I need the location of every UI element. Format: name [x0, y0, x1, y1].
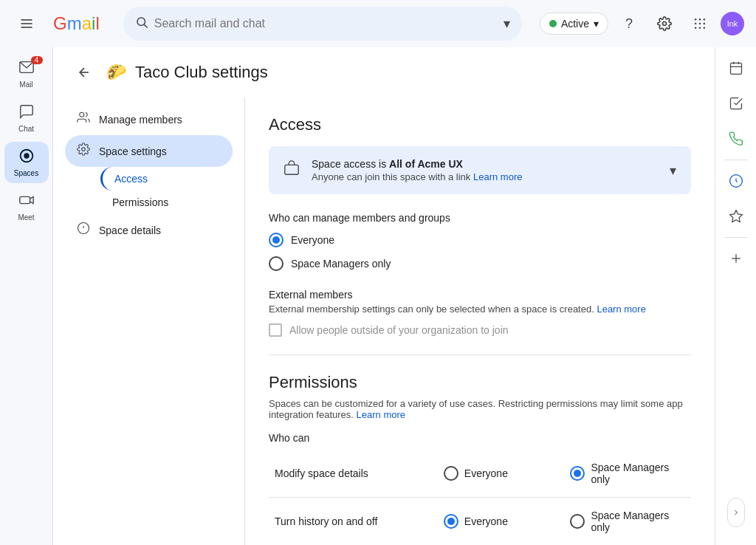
external-members-title: External members	[269, 289, 691, 301]
sidebar-item-manage-members[interactable]: Manage members	[65, 103, 233, 135]
section-divider	[269, 354, 691, 355]
sidebar-item-space-settings[interactable]: Space settings	[65, 135, 233, 167]
radio-managers-circle	[269, 256, 284, 271]
permissions-title: Permissions	[269, 373, 691, 392]
radio-history-managers-circle	[570, 514, 585, 529]
contacts-icon[interactable]	[721, 124, 751, 154]
sidebar-item-chat[interactable]: Chat	[4, 97, 49, 139]
spaces-icon	[18, 148, 35, 168]
content-area: 🌮 Taco Club settings Manage members	[53, 47, 715, 545]
table-row: Modify space details Everyone	[269, 450, 691, 498]
sidebar-item-meet[interactable]: Meet	[4, 186, 49, 227]
space-emoji: 🌮	[106, 63, 126, 82]
back-button[interactable]	[71, 59, 97, 86]
svg-point-10	[699, 23, 701, 25]
topbar-right: Active ▾ ? Ink	[540, 9, 744, 38]
right-bar-divider	[724, 160, 748, 160]
tasks-icon[interactable]	[721, 89, 751, 118]
expand-button[interactable]	[727, 498, 745, 527]
settings-layout: Manage members Space settings Access	[53, 97, 715, 545]
who-can-manage-title: Who can manage members and groups	[269, 212, 691, 224]
radio-everyone[interactable]: Everyone	[269, 233, 691, 247]
access-card-bold: All of Acme UX	[389, 158, 463, 170]
main-layout: 4 Mail Chat Spaces Meet	[0, 47, 756, 545]
manage-members-label: Manage members	[99, 114, 182, 126]
perm-radio-modify-everyone[interactable]: Everyone	[438, 450, 565, 498]
avatar-label: Ink	[727, 19, 738, 28]
sidebar-sub-permissions[interactable]: Permissions	[100, 191, 233, 214]
help-button[interactable]: ?	[614, 9, 644, 38]
meet-icon	[18, 192, 35, 212]
calendar-icon[interactable]	[721, 53, 751, 83]
svg-point-14	[704, 27, 706, 30]
who-can-manage-radio-group: Everyone Space Managers only	[269, 233, 691, 271]
active-dot-icon	[549, 20, 557, 27]
sidebar-sub-access[interactable]: Access	[100, 167, 233, 191]
keep-icon[interactable]	[721, 166, 751, 196]
perm-name-modify: Modify space details	[269, 450, 438, 498]
access-card-text: Space access is All of Acme UX Anyone ca…	[312, 158, 658, 182]
settings-sub-nav: Access Permissions	[65, 167, 233, 214]
access-card-learn-more-link[interactable]: Learn more	[473, 171, 522, 182]
search-dropdown-icon[interactable]: ▾	[504, 16, 510, 32]
svg-point-7	[699, 18, 701, 21]
gmail-logo: Gmail	[47, 13, 106, 34]
status-chevron-icon: ▾	[594, 18, 599, 30]
avatar[interactable]: Ink	[721, 12, 744, 35]
perm-name-history: Turn history on and off	[269, 498, 438, 546]
permissions-learn-more-link[interactable]: Learn more	[357, 409, 405, 420]
svg-point-20	[82, 148, 86, 151]
right-bar-divider-2	[724, 237, 748, 238]
status-badge[interactable]: Active ▾	[540, 13, 608, 35]
apps-button[interactable]	[685, 9, 715, 38]
access-card-icon	[284, 160, 300, 180]
external-learn-more-link[interactable]: Learn more	[597, 304, 645, 315]
svg-point-6	[695, 18, 697, 21]
svg-line-4	[144, 24, 147, 27]
access-card-main: Space access is All of Acme UX	[312, 158, 658, 170]
radio-modify-managers-circle	[570, 466, 585, 481]
radio-history-everyone-label: Everyone	[464, 515, 508, 527]
permissions-section: Permissions Spaces can be customized for…	[269, 373, 691, 545]
radio-everyone-circle	[269, 233, 284, 247]
radio-managers-only[interactable]: Space Managers only	[269, 256, 691, 271]
access-card[interactable]: Space access is All of Acme UX Anyone ca…	[269, 146, 691, 194]
external-checkbox-label: Allow people outside of your organizatio…	[289, 324, 509, 336]
svg-point-12	[695, 27, 697, 30]
topbar: Gmail ▾ Active ▾ ? Ink	[0, 0, 756, 47]
sidebar-item-space-details[interactable]: Space details	[65, 214, 233, 246]
star-icon[interactable]	[721, 202, 751, 231]
page-header: 🌮 Taco Club settings	[53, 47, 715, 97]
who-can-label: Who can	[269, 432, 691, 444]
manage-members-icon	[77, 111, 90, 128]
perm-radio-history-managers[interactable]: Space Managers only	[564, 498, 691, 546]
search-input[interactable]	[154, 17, 498, 30]
radio-managers-label: Space Managers only	[291, 258, 391, 270]
search-bar[interactable]: ▾	[123, 7, 522, 41]
chat-icon	[18, 103, 35, 123]
menu-icon[interactable]	[12, 9, 41, 38]
svg-point-9	[695, 23, 697, 25]
svg-marker-30	[729, 210, 742, 222]
svg-point-3	[137, 18, 145, 26]
svg-rect-25	[730, 63, 741, 74]
access-card-sub: Anyone can join this space with a link L…	[312, 171, 658, 182]
space-details-label: Space details	[99, 224, 161, 236]
mail-badge: 4	[31, 56, 43, 64]
sidebar-item-spaces[interactable]: Spaces	[4, 142, 49, 183]
page-title: Taco Club settings	[135, 63, 268, 82]
sidebar-item-mail[interactable]: 4 Mail	[4, 53, 49, 95]
permissions-desc: Spaces can be customized for a variety o…	[269, 398, 691, 420]
settings-button[interactable]	[650, 9, 679, 38]
perm-radio-modify-managers[interactable]: Space Managers only	[564, 450, 691, 498]
settings-sidebar: Manage members Space settings Access	[53, 97, 245, 545]
access-title: Access	[269, 115, 691, 134]
space-settings-icon	[77, 143, 90, 160]
radio-modify-managers-label: Space Managers only	[591, 462, 685, 485]
svg-point-5	[663, 22, 667, 26]
perm-radio-history-everyone[interactable]: Everyone	[438, 498, 565, 546]
right-bar	[715, 47, 756, 545]
status-label: Active	[561, 18, 589, 30]
svg-point-16	[24, 153, 29, 158]
add-icon[interactable]	[721, 244, 751, 273]
